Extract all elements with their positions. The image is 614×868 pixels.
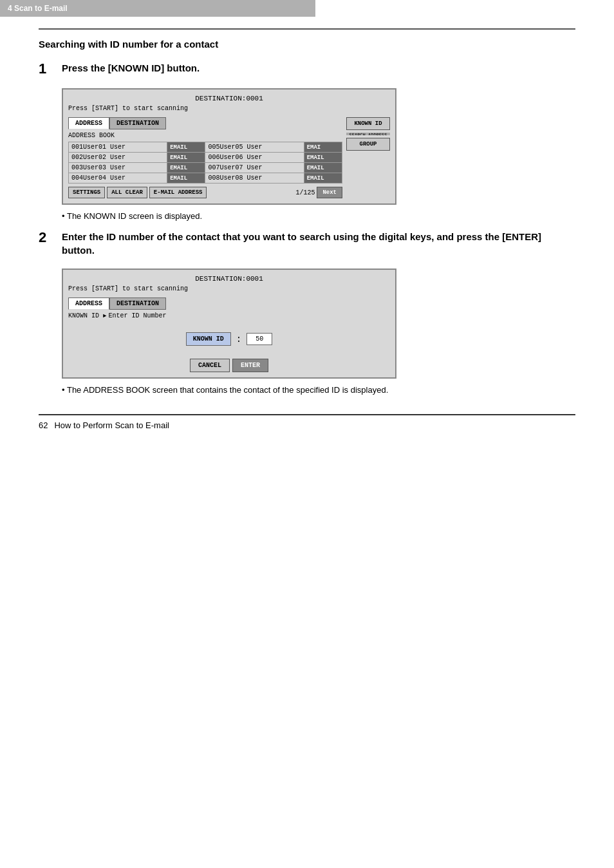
user-id-1: 001User01 User [69, 142, 167, 153]
tab-row-2: ADDRESS DESTINATION [68, 297, 390, 310]
page-number: 62 [39, 420, 48, 430]
email-tag-2: EMAIL [167, 153, 205, 163]
screen1-body: ADDRESS DESTINATION ADDRESS BOOK 001User… [68, 117, 390, 198]
user-id-6: 006User06 User [205, 153, 304, 163]
screen2-title: DESTINATION:0001 [68, 275, 390, 283]
user-id-7: 007User07 User [205, 163, 304, 173]
main-content: Searching with ID number for a contact 1… [39, 39, 575, 395]
tab-address-1[interactable]: ADDRESS [68, 117, 109, 129]
header-bar: 4 Scan to E-mail [0, 0, 315, 17]
email-tag-4: EMAIL [167, 173, 205, 184]
email-tag-7: EMAIL [304, 163, 342, 173]
user-id-4: 004User04 User [69, 173, 167, 184]
section-heading: Searching with ID number for a contact [39, 39, 575, 50]
table-row: 003User03 User EMAIL 007User07 User EMAI… [69, 163, 342, 173]
tab-destination-1[interactable]: DESTINATION [109, 117, 166, 129]
address-table: 001User01 User EMAIL 005User05 User EMAI… [68, 142, 342, 184]
tab-row-1: ADDRESS DESTINATION [68, 117, 342, 129]
known-id-field: KNOWN ID [186, 332, 231, 346]
enter-button[interactable]: ENTER [232, 359, 268, 372]
page-info: 1/125 [295, 189, 315, 196]
colon-separator: : [236, 334, 241, 344]
tab-destination-2[interactable]: DESTINATION [109, 297, 166, 310]
screen1-title: DESTINATION:0001 [68, 95, 390, 102]
email-tag-1: EMAIL [167, 142, 205, 153]
email-tag-8: EMAIL [304, 173, 342, 184]
screen2-subtitle: Press [START] to start scanning [68, 285, 390, 292]
bullet-point-1: The KNOWN ID screen is displayed. [62, 211, 575, 221]
screen1-sidebar: KNOWN ID SEARCH ADDRESS GROUP [346, 117, 390, 198]
id-value-field[interactable]: 50 [247, 333, 272, 345]
step-2-text: Enter the ID number of the contact that … [62, 230, 575, 257]
known-id-input-area: KNOWN ID : 50 [68, 332, 390, 346]
table-row: 002User02 User EMAIL 006User06 User EMAI… [69, 153, 342, 163]
known-id-row: KNOWN ID ► Enter ID Number [68, 312, 390, 319]
step-1: 1 Press the [KNOWN ID] button. [39, 61, 575, 77]
triangle-icon: ► [103, 313, 106, 319]
table-row: 004User04 User EMAIL 008User08 User EMAI… [69, 173, 342, 184]
bullet-point-2: The ADDRESS BOOK screen that contains th… [62, 385, 575, 395]
enter-id-number-label: Enter ID Number [108, 312, 166, 319]
email-tag-5: EMAI [304, 142, 342, 153]
step-2: 2 Enter the ID number of the contact tha… [39, 230, 575, 257]
address-book-label: ADDRESS BOOK [68, 132, 342, 139]
group-button[interactable]: GROUP [346, 138, 390, 151]
email-tag-3: EMAIL [167, 163, 205, 173]
footer-text: How to Perform Scan to E-mail [54, 420, 169, 430]
next-button[interactable]: Next [317, 187, 342, 198]
email-tag-6: EMAIL [304, 153, 342, 163]
all-clear-button[interactable]: ALL CLEAR [107, 187, 147, 198]
bottom-right-nav: 1/125 Next [295, 187, 342, 198]
known-id-label: KNOWN ID [68, 312, 99, 319]
user-id-8: 008User08 User [205, 173, 304, 184]
cancel-enter-row: CANCEL ENTER [68, 359, 390, 372]
screen1-subtitle: Press [START] to start scanning [68, 105, 390, 112]
cancel-button[interactable]: CANCEL [190, 359, 230, 372]
screen1-bottom-bar: SETTINGS ALL CLEAR E-MAIL ADDRESS 1/125 … [68, 187, 342, 198]
page-footer: 62 How to Perform Scan to E-mail [39, 414, 575, 430]
step-1-text: Press the [KNOWN ID] button. [62, 61, 200, 75]
user-id-2: 002User02 User [69, 153, 167, 163]
top-divider [39, 28, 575, 30]
email-address-button[interactable]: E-MAIL ADDRESS [149, 187, 207, 198]
user-id-5: 005User05 User [205, 142, 304, 153]
screen-mockup-1: DESTINATION:0001 Press [START] to start … [62, 88, 396, 205]
known-id-button[interactable]: KNOWN ID [346, 117, 390, 130]
step-1-number: 1 [39, 61, 58, 77]
screen-mockup-2: DESTINATION:0001 Press [START] to start … [62, 269, 396, 379]
tab-address-2[interactable]: ADDRESS [68, 297, 109, 310]
screen1-main: ADDRESS DESTINATION ADDRESS BOOK 001User… [68, 117, 342, 198]
settings-button[interactable]: SETTINGS [68, 187, 105, 198]
table-row: 001User01 User EMAIL 005User05 User EMAI [69, 142, 342, 153]
user-id-3: 003User03 User [69, 163, 167, 173]
bottom-left-buttons: SETTINGS ALL CLEAR E-MAIL ADDRESS [68, 187, 207, 198]
step-2-number: 2 [39, 230, 58, 245]
